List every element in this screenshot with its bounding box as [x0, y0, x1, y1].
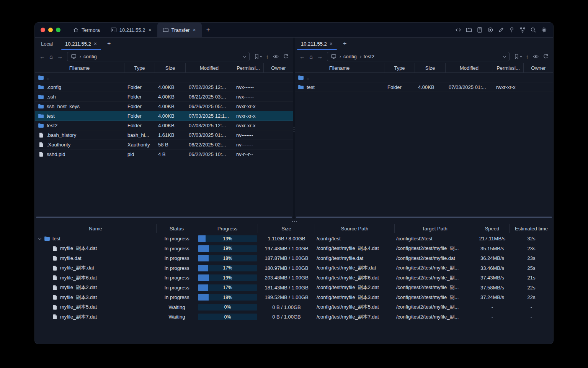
- column-header[interactable]: Owner: [264, 63, 293, 72]
- transfer-row[interactable]: myfile_副本7.dat Waiting 0% 0 B / 1.00GB /…: [35, 312, 553, 322]
- collapse-chevron-icon[interactable]: [38, 237, 41, 240]
- table-row[interactable]: sshd.pid pid 4 B 06/22/2025 10:... rw-r-…: [35, 150, 293, 159]
- horizontal-scrollbar[interactable]: [296, 217, 552, 218]
- tab-label: Transfer: [172, 27, 190, 33]
- column-header[interactable]: Size: [155, 63, 186, 72]
- show-hidden-eye-icon[interactable]: [273, 54, 279, 59]
- estimated-time: 21s: [510, 275, 553, 281]
- bookmark-dropdown[interactable]: [514, 54, 522, 59]
- transfer-row[interactable]: myfile_副本2.dat In progress 17% 181.43MB …: [35, 283, 553, 293]
- transfer-size: 0 B / 1.00GB: [258, 304, 315, 310]
- close-tab-icon[interactable]: ×: [93, 41, 97, 46]
- record-icon[interactable]: [487, 27, 493, 33]
- transfer-row[interactable]: myfile_副本4.dat In progress 19% 197.48MB …: [35, 244, 553, 254]
- new-pane-tab-button[interactable]: +: [339, 38, 350, 50]
- table-row[interactable]: .config Folder 4.00KB 07/02/2025 12:... …: [35, 82, 293, 92]
- table-row[interactable]: ..: [295, 73, 553, 82]
- column-header[interactable]: Filename: [295, 63, 384, 72]
- target-path: /config/test2/test/myfile_副...: [395, 245, 475, 252]
- transfer-row[interactable]: myfile_副本3.dat In progress 18% 189.52MB …: [35, 292, 553, 302]
- edit-icon[interactable]: [498, 27, 504, 33]
- column-header[interactable]: Source Path: [315, 224, 395, 233]
- column-header[interactable]: Permissi...: [233, 63, 264, 72]
- table-row[interactable]: test Folder 4.00KB 07/03/2025 12:1... rw…: [35, 111, 293, 121]
- column-header[interactable]: Modified: [186, 63, 233, 72]
- column-header[interactable]: Status: [157, 224, 197, 233]
- column-header[interactable]: Type: [124, 63, 155, 72]
- table-row[interactable]: .Xauthority Xauthority 58 B 06/22/2025 0…: [35, 140, 293, 150]
- chevron-down-icon[interactable]: [243, 54, 246, 58]
- path-bar[interactable]: config: [67, 52, 249, 61]
- back-icon[interactable]: ←: [39, 54, 45, 59]
- breadcrumb-segment[interactable]: config: [83, 54, 97, 59]
- home-icon[interactable]: ⌂: [49, 54, 53, 59]
- close-tab-icon[interactable]: ×: [329, 41, 333, 46]
- refresh-icon[interactable]: [283, 54, 289, 59]
- new-pane-tab-button[interactable]: +: [103, 38, 114, 50]
- transfer-row[interactable]: test In progress 13% 1.11GB / 8.00GB /co…: [35, 234, 553, 244]
- column-header[interactable]: Owner: [524, 63, 553, 72]
- file-type-icon: [52, 285, 58, 290]
- column-header[interactable]: Permissi...: [493, 63, 524, 72]
- file-size: 4.00KB: [155, 94, 186, 100]
- breadcrumb-segment[interactable]: test2: [364, 54, 374, 59]
- tab-termora[interactable]: Termora: [67, 23, 105, 37]
- transfer-speed: 217.11MB/s: [475, 236, 510, 242]
- transfer-row[interactable]: myfile_副本5.dat Waiting 0% 0 B / 1.00GB /…: [35, 302, 553, 312]
- bookmark-dropdown[interactable]: [254, 54, 262, 59]
- column-header[interactable]: Size: [258, 224, 315, 233]
- column-header[interactable]: Speed: [475, 224, 510, 233]
- column-header[interactable]: Name: [35, 224, 157, 233]
- back-icon[interactable]: ←: [299, 54, 305, 59]
- tab-transfer[interactable]: Transfer ×: [157, 23, 202, 37]
- log-icon[interactable]: [477, 27, 483, 33]
- transfer-row[interactable]: myfile_副本.dat In progress 17% 180.97MB /…: [35, 263, 553, 273]
- column-header[interactable]: Type: [384, 63, 415, 72]
- tab-remote-session[interactable]: 10.211.55.2 ×: [59, 38, 103, 50]
- code-snippets-icon[interactable]: [455, 27, 461, 33]
- close-tab-icon[interactable]: ×: [148, 27, 152, 33]
- show-hidden-eye-icon[interactable]: [533, 54, 539, 59]
- minimize-window-button[interactable]: [48, 28, 53, 32]
- column-header[interactable]: Size: [415, 63, 446, 72]
- zoom-window-button[interactable]: [56, 28, 60, 32]
- close-tab-icon[interactable]: ×: [193, 27, 196, 33]
- horizontal-scrollbar[interactable]: [36, 217, 292, 218]
- column-header[interactable]: Modified: [446, 63, 493, 72]
- upload-icon[interactable]: ↑: [266, 54, 269, 59]
- tab-local[interactable]: Local: [35, 38, 59, 50]
- refresh-icon[interactable]: [543, 54, 549, 59]
- breadcrumb-segment[interactable]: config: [343, 54, 357, 59]
- table-row[interactable]: ssh_host_keys Folder 4.00KB 06/26/2025 0…: [35, 102, 293, 111]
- transfer-status: In progress: [157, 255, 197, 261]
- column-header[interactable]: Target Path: [395, 224, 475, 233]
- transfer-row[interactable]: myfile_副本6.dat In progress 19% 203.48MB …: [35, 273, 553, 283]
- keyword-highlight-icon[interactable]: [509, 27, 515, 33]
- upload-icon[interactable]: ↑: [526, 54, 529, 59]
- chevron-down-icon[interactable]: [503, 54, 506, 58]
- path-bar[interactable]: config test2: [327, 52, 509, 61]
- forward-icon[interactable]: →: [57, 54, 63, 59]
- settings-gear-icon[interactable]: [541, 27, 547, 33]
- column-header[interactable]: Progress: [197, 224, 258, 233]
- filename: .ssh: [47, 94, 56, 100]
- tab-remote-session[interactable]: 10.211.55.2 ×: [295, 38, 339, 50]
- table-row[interactable]: test Folder 4.00KB 07/03/2025 01:... rwx…: [295, 82, 553, 92]
- sftp-folder-icon[interactable]: [466, 27, 472, 33]
- table-row[interactable]: ..: [35, 73, 293, 82]
- panel-splitter[interactable]: [35, 219, 553, 224]
- new-tab-button[interactable]: +: [202, 23, 215, 37]
- transfer-row[interactable]: myfile.dat In progress 18% 187.87MB / 1.…: [35, 253, 553, 263]
- column-header[interactable]: Estimated time: [510, 224, 553, 233]
- table-row[interactable]: .bash_history bash_hi... 1.61KB 07/03/20…: [35, 130, 293, 140]
- table-row[interactable]: .ssh Folder 4.00KB 06/21/2025 03:... rwx…: [35, 92, 293, 102]
- search-icon[interactable]: [530, 27, 536, 33]
- column-header[interactable]: Filename: [35, 63, 124, 72]
- table-row[interactable]: test2 Folder 4.00KB 07/03/2025 12:... rw…: [35, 121, 293, 130]
- estimated-time: -: [510, 304, 553, 310]
- branch-icon[interactable]: [519, 27, 526, 33]
- close-window-button[interactable]: [41, 28, 45, 32]
- home-icon[interactable]: ⌂: [309, 54, 313, 59]
- forward-icon[interactable]: →: [317, 54, 323, 59]
- tab-host-10-211-55-2[interactable]: 10.211.55.2 ×: [105, 23, 157, 37]
